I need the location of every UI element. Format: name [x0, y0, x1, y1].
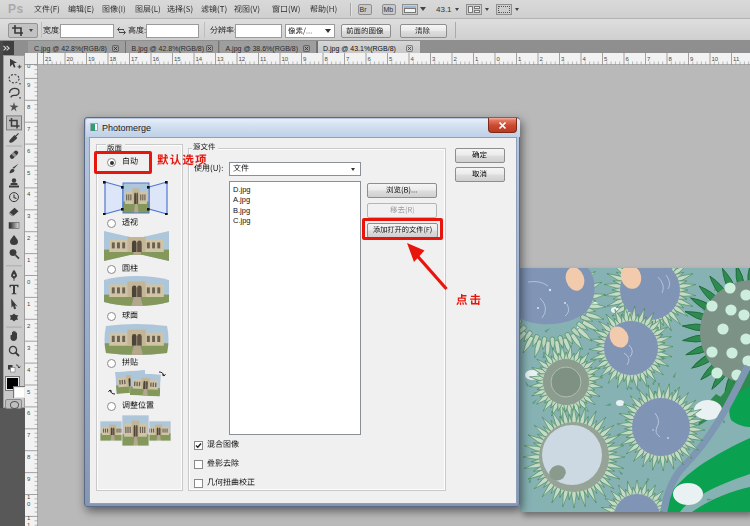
- svg-text:11: 11: [260, 56, 267, 62]
- svg-text:20: 20: [67, 56, 74, 62]
- svg-text:21: 21: [45, 56, 52, 62]
- svg-text:13: 13: [217, 56, 224, 62]
- svg-text:18: 18: [110, 56, 117, 62]
- svg-text:12: 12: [239, 56, 246, 62]
- svg-text:16: 16: [153, 56, 160, 62]
- svg-text:11: 11: [733, 56, 740, 62]
- svg-text:10: 10: [712, 56, 719, 62]
- svg-text:17: 17: [131, 56, 138, 62]
- svg-text:14: 14: [196, 56, 203, 62]
- svg-text:19: 19: [88, 56, 95, 62]
- svg-text:15: 15: [174, 56, 181, 62]
- svg-text:10: 10: [282, 56, 289, 62]
